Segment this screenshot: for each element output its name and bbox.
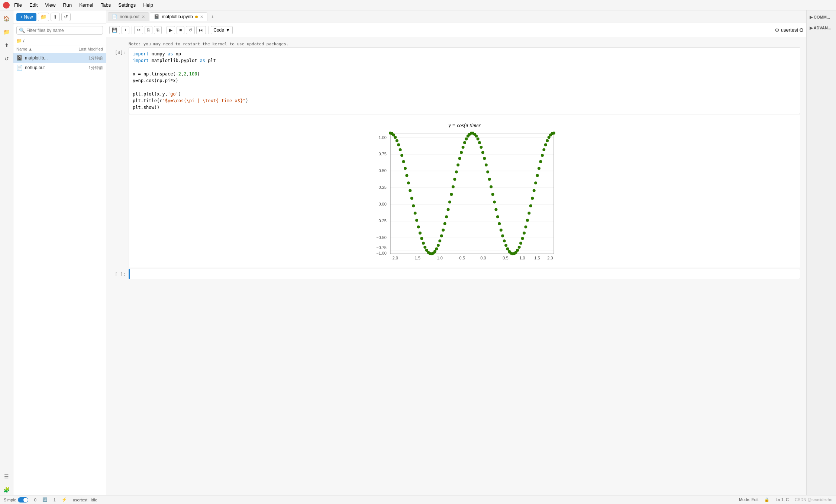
svg-point-32	[394, 136, 397, 139]
svg-point-89	[488, 178, 491, 181]
cell-type-select[interactable]: Code ▼	[211, 26, 233, 34]
sort-asc-icon: ▲	[28, 47, 32, 51]
notebook-content: Note: you may need to restart the kernel…	[106, 37, 806, 495]
notice-gutter	[106, 42, 129, 46]
col-name-header[interactable]: Name ▲	[16, 47, 73, 51]
separator-2	[164, 26, 164, 34]
refresh-files-button[interactable]: ↺	[61, 13, 71, 21]
file-time-nohup: 1分钟前	[88, 65, 103, 71]
svg-point-33	[395, 139, 398, 142]
file-item-matplotlib[interactable]: 📓 matplotlib... 1分钟前	[13, 53, 106, 63]
status-mode-edit: Mode: Edit	[739, 497, 759, 502]
tab-nohup[interactable]: 📄 nohup.out ✕	[108, 12, 149, 21]
paste-button[interactable]: ⎗	[154, 26, 162, 34]
svg-point-62	[443, 222, 446, 225]
tab-icon-nohup: 📄	[112, 14, 117, 19]
cut-button[interactable]: ✂	[134, 26, 143, 34]
cell-4-body[interactable]: import numpy as np import matplotlib.pyp…	[129, 47, 800, 114]
upload-button[interactable]: ⬆	[51, 13, 60, 21]
menu-run[interactable]: Run	[60, 1, 75, 9]
status-user-state: usertest | Idle	[73, 498, 97, 502]
svg-text:0.50: 0.50	[378, 168, 386, 173]
chevron-down-icon: ▼	[226, 28, 230, 33]
folder-icon[interactable]: 📁	[1, 27, 12, 37]
fast-forward-button[interactable]: ⏭	[196, 26, 206, 34]
svg-point-42	[410, 197, 413, 200]
svg-point-58	[436, 244, 439, 247]
menu-file[interactable]: File	[11, 1, 25, 9]
svg-point-69	[455, 171, 458, 174]
svg-point-60	[440, 235, 443, 238]
copy-button[interactable]: ⎘	[145, 26, 152, 34]
stop-button[interactable]: ■	[177, 26, 184, 34]
sidebar-comm[interactable]: ▶ COMM...	[808, 13, 835, 21]
restart-button[interactable]: ↺	[186, 26, 195, 34]
extensions-icon[interactable]: 🧩	[1, 485, 12, 495]
cell-4-input[interactable]: import numpy as np import matplotlib.pyp…	[129, 47, 800, 114]
settings-icon[interactable]: ⚙	[775, 27, 779, 33]
search-icon: 🔍	[19, 28, 25, 33]
svg-point-96	[499, 229, 502, 232]
svg-point-90	[490, 185, 493, 188]
menu-help[interactable]: Help	[140, 1, 156, 9]
svg-point-92	[493, 201, 496, 204]
list-icon[interactable]: ☰	[1, 471, 12, 482]
new-button[interactable]: + New	[16, 13, 36, 21]
simple-toggle[interactable]: Simple	[4, 497, 28, 503]
toggle-track[interactable]	[18, 497, 28, 503]
tab-close-matplotlib[interactable]: ✕	[200, 14, 203, 19]
add-cell-button[interactable]: +	[122, 26, 129, 34]
cell-type-label: Code	[213, 28, 224, 33]
svg-point-124	[546, 139, 549, 142]
tab-close-nohup[interactable]: ✕	[142, 14, 145, 19]
upload-icon[interactable]: ⬆	[1, 40, 12, 51]
empty-cell-input[interactable]	[129, 269, 800, 279]
refresh-icon[interactable]: ↺	[1, 54, 12, 64]
code-line-6	[133, 84, 796, 91]
empty-cell-label: [ ]:	[106, 269, 129, 279]
file-name-nohup: nohup.out	[25, 65, 86, 70]
plot-output-area: y = cos(π|timex 1.00 0.75 0.50 0.25 0.00…	[106, 115, 806, 268]
save-button[interactable]: 💾	[109, 26, 120, 34]
svg-point-106	[516, 249, 519, 252]
search-input[interactable]	[26, 28, 100, 33]
svg-point-39	[405, 174, 408, 177]
empty-cell-body[interactable]	[129, 269, 800, 279]
svg-point-34	[397, 143, 400, 146]
plot-body: y = cos(π|timex 1.00 0.75 0.50 0.25 0.00…	[129, 115, 800, 268]
code-line-4: x = np.linspace(-2,2,100)	[133, 71, 796, 77]
svg-point-91	[491, 193, 494, 196]
svg-point-72	[460, 151, 463, 154]
svg-text:0.25: 0.25	[378, 185, 386, 190]
code-line-2: import matplotlib.pyplot as plt	[133, 57, 796, 64]
menu-view[interactable]: View	[42, 1, 58, 9]
sidebar-advan[interactable]: ▶ ADVAN...	[808, 24, 835, 32]
col-modified-header[interactable]: Last Modified	[73, 47, 103, 51]
menu-tabs[interactable]: Tabs	[98, 1, 114, 9]
svg-point-119	[538, 167, 540, 170]
home-icon[interactable]: 🏠	[1, 13, 12, 24]
file-item-nohup[interactable]: 📄 nohup.out 1分钟前	[13, 63, 106, 72]
run-button[interactable]: ▶	[167, 26, 175, 34]
new-tab-button[interactable]: +	[208, 12, 217, 21]
file-name-matplotlib: matplotlib...	[25, 55, 86, 61]
svg-point-46	[417, 226, 420, 229]
menu-settings[interactable]: Settings	[115, 1, 139, 9]
new-folder-button[interactable]: 📁	[38, 13, 49, 21]
app-logo	[3, 2, 10, 9]
status-count1: 0	[34, 498, 36, 502]
kernel-indicator: usertest	[781, 27, 803, 33]
menu-edit[interactable]: Edit	[26, 1, 41, 9]
svg-point-86	[483, 157, 486, 160]
svg-point-56	[433, 250, 436, 253]
tab-matplotlib[interactable]: 📓 matplotlib.ipynb ✕	[150, 12, 207, 21]
svg-point-107	[517, 246, 520, 249]
menu-kernel[interactable]: Kernel	[76, 1, 96, 9]
menu-bar: File Edit View Run Kernel Tabs Settings …	[0, 0, 836, 10]
tab-bar: 📄 nohup.out ✕ 📓 matplotlib.ipynb ✕ +	[106, 10, 806, 23]
svg-point-61	[442, 229, 445, 232]
cos-plot: y = cos(π|timex 1.00 0.75 0.50 0.25 0.00…	[368, 119, 561, 264]
cell-4-label: [4]:	[106, 47, 129, 114]
status-count2: 1	[54, 498, 56, 502]
svg-point-71	[458, 157, 461, 160]
